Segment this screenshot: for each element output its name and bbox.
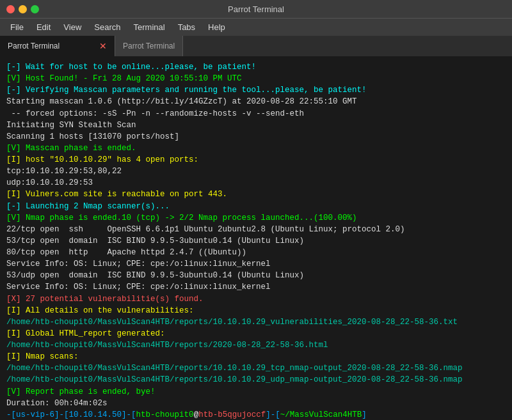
menu-terminal[interactable]: Terminal	[129, 21, 170, 33]
minimize-button[interactable]	[19, 5, 27, 13]
maximize-button[interactable]	[31, 5, 39, 13]
terminal-line: udp:10.10.10.29:53	[6, 177, 506, 189]
menu-view[interactable]: View	[58, 21, 86, 33]
terminal-line: /home/htb-choupit0/MassVulScan4HTB/repor…	[6, 362, 506, 374]
terminal-line: 80/tcp open http Apache httpd 2.4.7 ((Ub…	[6, 247, 506, 258]
menu-edit[interactable]: Edit	[31, 21, 56, 33]
title-bar: Parrot Terminal	[0, 0, 512, 18]
window-title: Parrot Terminal	[228, 4, 284, 14]
terminal-line: Scanning 1 hosts [131070 ports/host]	[6, 131, 506, 143]
terminal-line: Initiating SYN Stealth Scan	[6, 120, 506, 131]
terminal-line: /home/htb-choupit0/MassVulScan4HTB/repor…	[6, 339, 506, 351]
menu-tabs[interactable]: Tabs	[173, 21, 200, 33]
menu-search[interactable]: Search	[89, 21, 125, 33]
terminal-line: [V] Report phase is ended, bye!	[6, 386, 506, 398]
terminal-line: 53/tcp open domain ISC BIND 9.9.5-3ubunt…	[6, 235, 506, 247]
prompt-line-1: -[us-vip-6]-[10.10.14.50]-[htb-choupit0@…	[6, 409, 506, 420]
terminal-line: [I] Vulners.com site is reachable on por…	[6, 189, 506, 200]
menu-file[interactable]: File	[5, 21, 29, 33]
terminal-line: /home/htb-choupit0/MassVulScan4HTB/repor…	[6, 374, 506, 385]
window-controls	[6, 5, 39, 13]
terminal-line: 53/udp open domain ISC BIND 9.9.5-3ubunt…	[6, 270, 506, 281]
terminal-line: [-] Verifying Masscan parameters and run…	[6, 84, 506, 96]
terminal-line: 22/tcp open ssh OpenSSH 6.6.1p1 Ubuntu 2…	[6, 224, 506, 235]
tab-active[interactable]: Parrot Terminal ✕	[0, 36, 115, 56]
terminal-line: [I] Nmap scans:	[6, 351, 506, 362]
menu-help[interactable]: Help	[203, 21, 230, 33]
terminal-body[interactable]: [-] Wait for host to be online...please,…	[0, 56, 512, 420]
terminal-line: [I] Global HTML_report generated:	[6, 328, 506, 339]
tab-inactive-label: Parrot Terminal	[123, 42, 175, 51]
terminal-line: /home/htb-choupit0/MassVulScan4HTB/repor…	[6, 316, 506, 328]
close-button[interactable]	[6, 5, 15, 13]
terminal-line: tcp:10.10.10.29:53,80,22	[6, 166, 506, 177]
terminal-line: [V] Host Found! - Fri 28 Aug 2020 10:55:…	[6, 73, 506, 84]
terminal-line: Service Info: OS: Linux; CPE: cpe:/o:lin…	[6, 258, 506, 270]
tab-active-label: Parrot Terminal	[8, 42, 60, 51]
terminal-line: [V] Nmap phase is ended.10 (tcp) -> 2/2 …	[6, 212, 506, 224]
terminal-line: [X] 27 potential vulnerabilitie(s) found…	[6, 293, 506, 305]
terminal-line: Duration: 00h:04m:02s	[6, 398, 506, 409]
terminal-line: [-] Launching 2 Nmap scanner(s)...	[6, 201, 506, 212]
terminal-line: [-] Wait for host to be online...please,…	[6, 61, 506, 73]
terminal-line: Starting masscan 1.0.6 (http://bit.ly/14…	[6, 96, 506, 107]
terminal-line: -- forced options: -sS -Pn -n --randomiz…	[6, 108, 506, 120]
tab-inactive[interactable]: Parrot Terminal	[115, 36, 183, 56]
terminal-line: [I] host "10.10.10.29" has 4 open ports:	[6, 154, 506, 166]
tab-close-icon[interactable]: ✕	[99, 41, 107, 51]
terminal-line: Service Info: OS: Linux; CPE: cpe:/o:lin…	[6, 281, 506, 293]
terminal-line: [V] Masscan phase is ended.	[6, 143, 506, 154]
terminal-line: [I] All details on the vulnerabilities:	[6, 305, 506, 316]
menu-bar: File Edit View Search Terminal Tabs Help	[0, 18, 512, 36]
tab-bar: Parrot Terminal ✕ Parrot Terminal	[0, 36, 512, 56]
